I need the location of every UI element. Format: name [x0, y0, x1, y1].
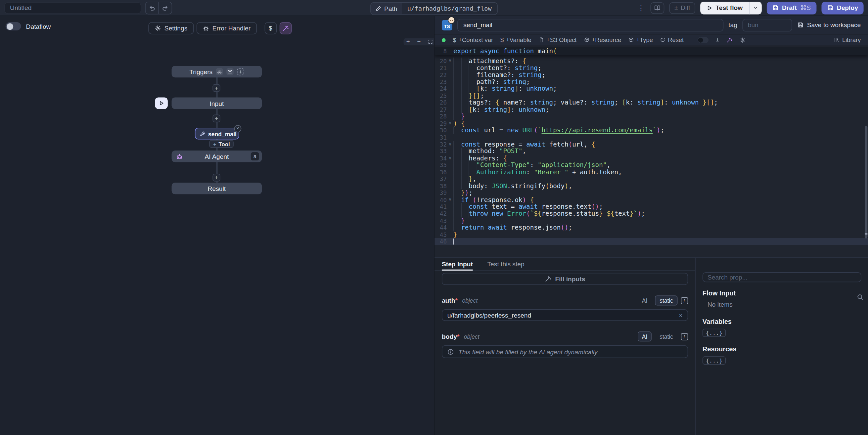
- send-mail-node[interactable]: send_mail: [195, 128, 239, 139]
- add-step-button[interactable]: +: [212, 84, 220, 92]
- search-icon[interactable]: [857, 293, 864, 301]
- search-prop-input[interactable]: Search prop...: [703, 272, 861, 282]
- auth-static-mode-button[interactable]: static: [655, 296, 678, 305]
- code-line[interactable]: 44return await response.json();: [434, 224, 868, 231]
- code-line[interactable]: 23path?: string;: [434, 79, 868, 85]
- fold-chevron-icon[interactable]: ∨: [447, 58, 453, 64]
- dataflow-toggle[interactable]: [6, 22, 21, 30]
- settings-button[interactable]: Settings: [148, 22, 193, 34]
- fold-chevron-icon[interactable]: ∨: [447, 155, 453, 162]
- step-name-input[interactable]: send_mail: [457, 19, 723, 31]
- code-line[interactable]: 20∨attachments?: {: [434, 58, 868, 64]
- code-line[interactable]: 32∨const response = await fetch(url, {: [434, 141, 868, 148]
- diff-button[interactable]: ± Diff: [670, 2, 695, 13]
- code-line[interactable]: 36Authorization: "Bearer " + auth.token,: [434, 169, 868, 176]
- code-line[interactable]: 40∨if (!response.ok) {: [434, 196, 868, 204]
- add-step-button[interactable]: +: [212, 115, 220, 122]
- error-handler-button[interactable]: Error Handler: [196, 22, 256, 34]
- body-static-mode-button[interactable]: static: [655, 332, 678, 341]
- code-line[interactable]: 26tags?: { name?: string; value?: string…: [434, 99, 868, 106]
- variables-button[interactable]: $: [265, 22, 277, 34]
- code-line[interactable]: 21content?: string;: [434, 64, 868, 71]
- code-sticky[interactable]: 8export async function main(: [434, 47, 868, 55]
- flow-canvas[interactable]: Dataflow Settings Error Handler $: [0, 16, 434, 435]
- undo-button[interactable]: [146, 2, 158, 13]
- path-chip[interactable]: Path u/farhadglbs/grand_flow: [370, 2, 498, 15]
- auth-resource-input[interactable]: u/farhadglbs/peerless_resend ×: [442, 309, 688, 321]
- result-node[interactable]: Result: [172, 183, 262, 194]
- tab-test-this-step[interactable]: Test this step: [487, 258, 524, 270]
- resources-object-chip[interactable]: {...}: [703, 356, 726, 365]
- code-line[interactable]: 25}[];: [434, 92, 868, 99]
- auth-ai-mode-button[interactable]: AI: [637, 296, 652, 305]
- expression-editor-icon[interactable]: ƒ: [681, 333, 688, 340]
- code-line[interactable]: 8export async function main(: [434, 47, 868, 55]
- more-menu-button[interactable]: ⋮: [637, 4, 646, 12]
- triggers-node[interactable]: Triggers +: [172, 66, 262, 77]
- code-line[interactable]: 41const text = await response.text();: [434, 204, 868, 210]
- code-line[interactable]: 33method: "POST",: [434, 148, 868, 155]
- code-line[interactable]: 43}: [434, 217, 868, 224]
- add-step-button[interactable]: +: [212, 174, 220, 181]
- code-line[interactable]: 42throw new Error(`${response.status} ${…: [434, 210, 868, 217]
- code-line[interactable]: 28}: [434, 113, 868, 120]
- fill-inputs-button[interactable]: Fill inputs: [442, 273, 688, 285]
- plus-minus-icon[interactable]: ±: [716, 36, 719, 43]
- add-resource-button[interactable]: +Resource: [584, 36, 621, 43]
- test-flow-button[interactable]: Test flow: [700, 1, 749, 14]
- diff-mode-toggle[interactable]: [698, 37, 709, 43]
- code-editor[interactable]: 20∨attachments?: {21content?: string;22f…: [434, 46, 868, 258]
- code-line[interactable]: 46: [434, 238, 868, 245]
- clear-icon[interactable]: ×: [679, 312, 683, 318]
- body-ai-mode-button[interactable]: AI: [637, 332, 652, 341]
- code-line[interactable]: 22filename?: string;: [434, 71, 868, 79]
- editor-scrollbar[interactable]: [865, 126, 867, 239]
- add-tool-button[interactable]: + Tool: [209, 140, 234, 148]
- variables-object-chip[interactable]: {...}: [703, 329, 726, 337]
- code-line[interactable]: 30const url = new URL(`https://api.resen…: [434, 127, 868, 134]
- draft-button[interactable]: Draft ⌘S: [767, 1, 816, 14]
- email-trigger-icon[interactable]: [226, 68, 234, 75]
- fold-chevron-icon[interactable]: ∨: [447, 120, 453, 127]
- code-line[interactable]: 29∨) {: [434, 120, 868, 127]
- ai-assistant-button[interactable]: [279, 22, 291, 34]
- ai-wand-icon[interactable]: [726, 37, 732, 43]
- add-variable-button[interactable]: $ +Variable: [500, 36, 531, 43]
- code-line[interactable]: 31: [434, 134, 868, 141]
- remove-tool-button[interactable]: ×: [234, 125, 242, 132]
- zoom-in-button[interactable]: +: [406, 39, 410, 45]
- test-flow-dropdown-button[interactable]: [749, 1, 762, 14]
- ai-agent-node[interactable]: AI Agent a: [172, 151, 262, 162]
- save-icon: [772, 4, 779, 11]
- input-node[interactable]: Input: [172, 97, 262, 109]
- code-line[interactable]: 37},: [434, 176, 868, 183]
- tag-input[interactable]: bun: [742, 19, 792, 31]
- code-line[interactable]: 38body: JSON.stringify(body),: [434, 183, 868, 190]
- tab-step-input[interactable]: Step Input: [442, 258, 473, 271]
- fold-chevron-icon[interactable]: ∨: [447, 141, 453, 148]
- add-s3-object-button[interactable]: +S3 Object: [538, 36, 577, 43]
- zoom-out-button[interactable]: −: [417, 39, 421, 45]
- add-type-button[interactable]: +Type: [628, 36, 653, 43]
- webhook-icon[interactable]: [216, 68, 223, 75]
- run-flow-button[interactable]: [155, 97, 167, 109]
- code-line[interactable]: 27[k: string]: unknown;: [434, 106, 868, 113]
- deploy-button[interactable]: Deploy: [822, 1, 864, 14]
- add-trigger-button[interactable]: +: [237, 68, 244, 75]
- code-line[interactable]: 35"Content-Type": "application/json",: [434, 162, 868, 169]
- gear-icon[interactable]: [740, 37, 746, 43]
- fold-chevron-icon[interactable]: ∨: [447, 196, 453, 204]
- docs-button[interactable]: [651, 2, 664, 13]
- save-to-workspace-button[interactable]: Save to workspace: [797, 22, 861, 28]
- code-line[interactable]: 34∨headers: {: [434, 155, 868, 162]
- add-context-var-button[interactable]: $ +Context var: [453, 36, 493, 43]
- expression-editor-icon[interactable]: ƒ: [681, 297, 688, 304]
- reset-button[interactable]: Reset: [660, 36, 684, 43]
- code-line[interactable]: 24[k: string]: unknown;: [434, 85, 868, 92]
- code-line[interactable]: 39});: [434, 190, 868, 196]
- code-line[interactable]: 45}: [434, 231, 868, 238]
- redo-button[interactable]: [158, 2, 172, 13]
- fit-view-button[interactable]: [428, 39, 433, 44]
- library-button[interactable]: Library: [834, 36, 861, 43]
- flow-name-input[interactable]: Untitled: [4, 2, 141, 13]
